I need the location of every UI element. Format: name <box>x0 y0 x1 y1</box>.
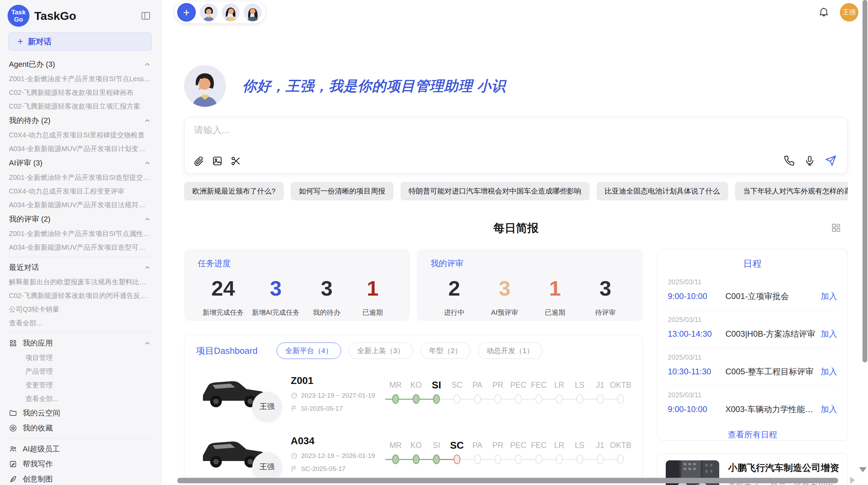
recent-chats-view-all[interactable]: 查看全部... <box>8 316 153 330</box>
scroll-down-arrow[interactable] <box>859 467 867 472</box>
milestone-node <box>454 394 460 404</box>
milestone-label: LR <box>554 378 564 392</box>
sidebar-collapse-button[interactable] <box>139 9 153 23</box>
snippet-scissors-button[interactable] <box>230 156 241 166</box>
schedule-event-title: C005-整车工程目标评审 <box>725 366 816 377</box>
section-header-ai-review[interactable]: AI评审 (3) <box>8 156 153 171</box>
avatar[interactable] <box>244 3 262 21</box>
avatar[interactable] <box>200 3 218 21</box>
sidebar-item[interactable]: Z001-全新燃油皮卡产品开发项目SI节点Lesson Learn报告 <box>8 72 153 86</box>
sidebar-item[interactable]: C0X4-动力总成开发项目工程变更评审 <box>8 184 153 198</box>
stat-overdue: 1已逾期 <box>354 276 391 317</box>
project-row-z001[interactable]: 王强 Z001 2023-12-19 ~ 2027-01-19 <box>196 368 631 419</box>
suggestion-chip[interactable]: 特朗普可能对进口汽车增税会对中国车企造成哪些影响 <box>400 182 590 200</box>
milestone-node <box>474 394 481 404</box>
recent-chat-item[interactable]: 解释最新出台的欧盟报废车法规再生塑料比例被调至15%... <box>8 275 153 289</box>
milestone-node <box>392 455 399 464</box>
sidebar-item[interactable]: A034-全新新能源MUV产品开发项目法规符合性评审 <box>8 198 153 212</box>
tab-new-body[interactable]: 全新上装（3） <box>349 343 413 359</box>
section-header-my-todo[interactable]: 我的待办 (2) <box>8 113 153 128</box>
insert-image-button[interactable] <box>212 156 223 166</box>
schedule-item: 2025/03/11 9:00-10:00 X003-车辆动力学性能验... 加… <box>668 385 837 423</box>
recent-chat-item[interactable]: 公司Q3轻卡销量 <box>8 302 153 316</box>
section-header-recent-chats[interactable]: 最近对话 <box>8 260 153 275</box>
daily-brief-cards: 任务进度 24新增完成任务 3新增AI完成任务 3我的待办 1已逾期 我的评审 <box>184 249 643 321</box>
app-item-product-mgmt[interactable]: 产品管理 <box>8 364 153 378</box>
tab-powertrain[interactable]: 动总开发（1） <box>478 343 542 359</box>
section-header-agent-done[interactable]: Agent已办 (3) <box>8 57 153 72</box>
plus-icon: + <box>17 36 23 47</box>
section-header-my-review[interactable]: 我的评审 (2) <box>8 212 153 227</box>
stat-new-ai-done: 3新增AI完成任务 <box>252 276 300 317</box>
project-row-a034[interactable]: 王强 A034 2023-12-19 ~ 2026-01-19 <box>196 428 631 480</box>
join-meeting-link[interactable]: 加入 <box>821 404 837 415</box>
sidebar-item[interactable]: C02-飞腾新能源轻客改款项目里程碑画布 <box>8 86 153 99</box>
milestone-label: KO <box>410 438 422 452</box>
milestone-node <box>433 394 440 404</box>
app-root: Task Go TaskGo + 新对话 Agent已办 (3) Z001-全新… <box>0 0 868 485</box>
project-code: A034 <box>291 435 383 447</box>
sidebar-item[interactable]: A034-全新新能源MUV产品开发项目造型可行性评审 <box>8 240 153 254</box>
suggestion-chip[interactable]: 欧洲新规最近颁布了什么? <box>184 182 284 200</box>
milestone-node <box>535 394 542 404</box>
app-item-change-mgmt[interactable]: 变更管理 <box>8 378 153 392</box>
app-item-project-mgmt[interactable]: 项目管理 <box>8 351 153 364</box>
greeting-row: 你好，王强，我是你的项目管理助理 小识 <box>184 65 848 107</box>
schedule-event-title: C001-立项审批会 <box>725 291 816 302</box>
sidebar-item[interactable]: C02-飞腾新能源轻客改款项目立项汇报方案 <box>8 99 153 113</box>
send-paper-plane-icon <box>825 155 836 166</box>
paperclip-icon <box>193 156 204 166</box>
layout-grid-button[interactable] <box>831 222 842 235</box>
new-chat-label: 新对话 <box>28 36 51 47</box>
avatar[interactable] <box>222 3 240 21</box>
voice-call-button[interactable] <box>784 155 795 166</box>
new-chat-button[interactable]: + 新对话 <box>8 32 152 51</box>
card-title: 任务进度 <box>198 258 396 269</box>
scroll-right-arrow[interactable] <box>850 477 855 484</box>
sidebar-item-help-me-write[interactable]: 帮我写作 <box>8 457 153 472</box>
schedule-card: 日程 2025/03/11 9:00-10:00 C001-立项审批会 加入 2… <box>657 249 848 441</box>
star-badge-icon <box>9 424 17 432</box>
notification-bell-button[interactable] <box>818 7 830 18</box>
horizontal-scrollbar-thumb[interactable] <box>177 478 838 483</box>
join-meeting-link[interactable]: 加入 <box>821 366 837 377</box>
milestone-node <box>494 394 501 404</box>
milestone-node <box>474 455 481 464</box>
panel-layout-icon <box>141 11 151 21</box>
join-meeting-link[interactable]: 加入 <box>821 291 837 302</box>
send-button[interactable] <box>825 155 836 166</box>
view-all-schedule-link[interactable]: 查看所有日程 <box>668 423 837 441</box>
sidebar-item-my-apps[interactable]: 我的应用 <box>8 336 153 351</box>
tab-model-year[interactable]: 年型（2） <box>421 343 471 359</box>
chevron-up-icon <box>144 117 151 124</box>
suggestion-chip[interactable]: 比亚迪全固态电池计划具体说了什么 <box>596 182 728 200</box>
user-avatar[interactable]: 王强 <box>840 3 858 22</box>
milestone-label: KO <box>410 378 422 392</box>
suggestion-chip[interactable]: 如何写一份清晰的项目周报 <box>291 182 394 200</box>
sidebar-item-favorites[interactable]: 我的收藏 <box>8 421 153 436</box>
milestone-label: SI <box>432 378 441 392</box>
sidebar-item-creative-drawing[interactable]: 创意制图 <box>8 472 153 485</box>
add-session-button[interactable]: + <box>177 3 196 22</box>
vertical-scrollbar-thumb[interactable] <box>863 0 867 362</box>
sidebar-item[interactable]: Z001-全新燃油轻卡产品开发项目SI节点属性5D文件评审 <box>8 227 153 240</box>
microphone-button[interactable] <box>804 155 815 166</box>
sidebar-item[interactable]: C0X4-动力总成开发项目SI里程碑提交物检查 <box>8 128 153 142</box>
recent-chat-item[interactable]: C02-飞腾新能源轻客改款项目的闭环通告反馈情况 <box>8 289 153 302</box>
sidebar-item-cloud-space[interactable]: 我的云空间 <box>8 406 153 421</box>
tab-new-platform[interactable]: 全新平台（4） <box>277 343 341 359</box>
join-meeting-link[interactable]: 加入 <box>821 328 837 339</box>
milestone-label: OKTB <box>610 378 631 392</box>
suggestion-chip[interactable]: 当下年轻人对汽车外观有怎样的喜好趋势 <box>735 182 848 200</box>
sidebar-item-ai-super-staff[interactable]: AI超级员工 <box>8 442 153 457</box>
milestone-timeline: MRKOSISCPAPRPECFECLRLSJ1OKTB <box>385 438 631 467</box>
sidebar: Task Go TaskGo + 新对话 Agent已办 (3) Z001-全新… <box>0 0 161 485</box>
app-logo: Task Go <box>8 5 29 27</box>
apps-view-all[interactable]: 查看全部... <box>8 392 153 406</box>
folder-icon <box>9 409 17 417</box>
sidebar-item[interactable]: A034-全新新能源MUV产品开发项目计划变更表编写 <box>8 142 153 156</box>
sidebar-item[interactable]: Z001-全新燃油轻卡产品开发项目SI造型提交物评审 <box>8 171 153 184</box>
attach-file-button[interactable] <box>193 156 204 166</box>
milestone-label: J1 <box>596 438 604 452</box>
chat-input[interactable] <box>194 125 838 136</box>
